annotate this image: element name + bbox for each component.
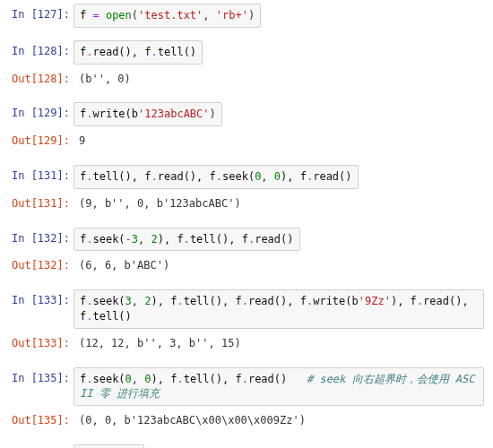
input-cell: In [128]:f.read(), f.tell() <box>7 40 486 65</box>
in-prompt: In [131]: <box>7 165 74 182</box>
out-prompt: Out[132]: <box>7 254 74 271</box>
code-input[interactable]: f.read(), f.tell() <box>74 40 203 65</box>
out-prompt: Out[133]: <box>7 332 74 349</box>
output-text: (6, 6, b'ABC') <box>74 254 175 277</box>
code-input[interactable]: f.close() <box>74 444 144 448</box>
output-text: (b'', 0) <box>74 68 136 90</box>
output-cell: Out[128]:(b'', 0) <box>7 68 486 90</box>
output-text: (0, 0, b'123abcABC\x00\x00\x009Zz') <box>74 409 311 432</box>
output-text: 9 <box>74 130 91 152</box>
output-cell: Out[133]:(12, 12, b'', 3, b'', 15) <box>7 332 486 355</box>
output-cell: Out[129]:9 <box>7 130 486 152</box>
input-cell: In [142]:f.close() <box>7 444 486 448</box>
in-prompt: In [129]: <box>7 102 74 119</box>
input-cell: In [132]:f.seek(-3, 2), f.tell(), f.read… <box>7 228 486 252</box>
input-cell: In [133]:f.seek(3, 2), f.tell(), f.read(… <box>7 289 486 329</box>
in-prompt: In [127]: <box>7 4 74 21</box>
out-prompt: Out[135]: <box>7 409 74 426</box>
in-prompt: In [133]: <box>7 289 74 306</box>
input-cell: In [127]:f = open('test.txt', 'rb+') <box>7 4 486 28</box>
code-input[interactable]: f.seek(0, 0), f.tell(), f.read() # seek … <box>74 367 484 407</box>
code-input[interactable]: f.seek(-3, 2), f.tell(), f.read() <box>74 228 300 252</box>
notebook-cells: In [127]:f = open('test.txt', 'rb+')In [… <box>7 4 486 448</box>
output-cell: Out[131]:(9, b'', 0, b'123abcABC') <box>7 193 486 215</box>
in-prompt: In [132]: <box>7 228 74 245</box>
input-cell: In [129]:f.write(b'123abcABC') <box>7 102 486 126</box>
output-text: (12, 12, b'', 3, b'', 15) <box>74 332 246 355</box>
in-prompt: In [142]: <box>7 444 74 448</box>
in-prompt: In [135]: <box>7 367 74 384</box>
code-input[interactable]: f.seek(3, 2), f.tell(), f.read(), f.writ… <box>74 289 484 329</box>
output-cell: Out[132]:(6, 6, b'ABC') <box>7 254 486 277</box>
in-prompt: In [128]: <box>7 40 74 57</box>
code-input[interactable]: f.write(b'123abcABC') <box>74 102 222 126</box>
code-input[interactable]: f = open('test.txt', 'rb+') <box>74 4 261 28</box>
output-cell: Out[135]:(0, 0, b'123abcABC\x00\x00\x009… <box>7 409 486 432</box>
code-input[interactable]: f.tell(), f.read(), f.seek(0, 0), f.read… <box>74 165 359 189</box>
out-prompt: Out[129]: <box>7 130 74 147</box>
out-prompt: Out[131]: <box>7 193 74 210</box>
output-text: (9, b'', 0, b'123abcABC') <box>74 193 246 215</box>
out-prompt: Out[128]: <box>7 68 74 85</box>
input-cell: In [135]:f.seek(0, 0), f.tell(), f.read(… <box>7 367 486 407</box>
input-cell: In [131]:f.tell(), f.read(), f.seek(0, 0… <box>7 165 486 189</box>
